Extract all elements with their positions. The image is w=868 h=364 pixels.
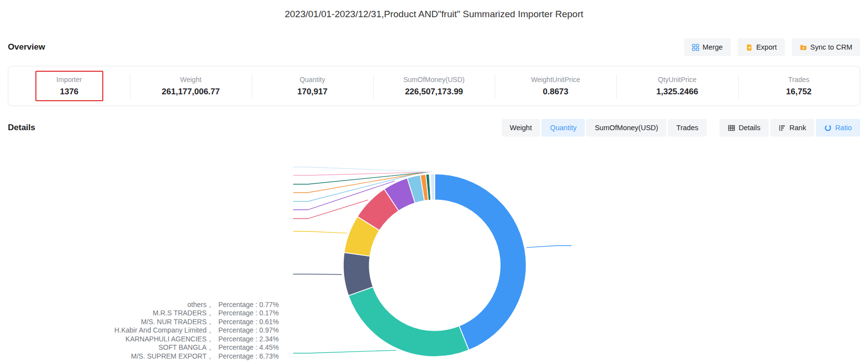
importer-ratio-chart: BABY NUTRITION LIMITED，Percentage : 43.9… — [0, 138, 868, 364]
stat-sumofmoney-usd--value: 226,507,173.99 — [405, 87, 463, 97]
label-leader-line — [293, 167, 432, 172]
export-button[interactable]: Export — [738, 38, 785, 56]
stat-sumofmoney-usd--label: SumOfMoney(USD) — [403, 76, 464, 84]
pie-slice-baby-nutrition-limited[interactable] — [435, 174, 526, 350]
overview-heading: Overview — [8, 42, 45, 52]
view-tab-ratio[interactable]: Ratio — [816, 119, 860, 137]
merge-button-label: Merge — [703, 43, 723, 51]
stat-weightunitprice-label: WeightUnitPrice — [531, 76, 580, 84]
stat-weight-label: Weight — [180, 76, 201, 84]
table-icon — [728, 124, 735, 132]
stat-weight[interactable]: Weight261,177,006.77 — [130, 66, 251, 106]
donut-chart-svg — [0, 138, 868, 364]
details-header: Details WeightQuantitySumOfMoney(USD)Tra… — [8, 119, 860, 137]
export-icon — [746, 44, 753, 51]
sync-to-crm-button-label: Sync to CRM — [810, 43, 852, 51]
importer-report-page: 2023/01/01-2023/12/31,Product AND"fruit"… — [0, 0, 868, 364]
tab-quantity[interactable]: Quantity — [541, 119, 585, 137]
label-leader-line — [293, 200, 368, 219]
merge-button[interactable]: Merge — [684, 38, 731, 56]
stat-weight-value: 261,177,006.77 — [162, 87, 220, 97]
details-heading: Details — [8, 123, 35, 133]
stat-importer-label: Importer — [57, 76, 82, 84]
view-tab-details[interactable]: Details — [719, 119, 769, 137]
tab-sumofmoney-usd-[interactable]: SumOfMoney(USD) — [586, 119, 666, 137]
merge-icon — [692, 44, 699, 51]
tab-trades[interactable]: Trades — [668, 119, 707, 137]
stat-trades-value: 16,752 — [786, 87, 811, 97]
stat-sumofmoney-usd-[interactable]: SumOfMoney(USD)226,507,173.99 — [373, 66, 495, 106]
tab-weight[interactable]: Weight — [502, 119, 540, 137]
view-tab-ratio-label: Ratio — [835, 124, 852, 132]
label-leader-line — [293, 350, 396, 353]
stat-quantity-value: 170,917 — [297, 87, 327, 97]
view-tab-group: DetailsRankRatio — [719, 119, 860, 137]
export-button-label: Export — [756, 43, 777, 51]
label-leader-line — [293, 231, 347, 233]
view-tab-rank[interactable]: Rank — [770, 119, 814, 137]
sync-to-crm-button[interactable]: Sync to CRM — [792, 38, 860, 56]
tab-weight-label: Weight — [510, 124, 532, 132]
view-tab-rank-label: Rank — [789, 124, 806, 132]
stat-quantity[interactable]: Quantity170,917 — [252, 66, 373, 106]
ratio-icon — [824, 124, 832, 132]
overview-header: Overview MergeExportSync to CRM — [8, 38, 860, 56]
tab-quantity-label: Quantity — [550, 124, 576, 132]
overview-toolbar: MergeExportSync to CRM — [684, 38, 860, 56]
stat-trades-label: Trades — [788, 76, 809, 84]
metric-tab-group: WeightQuantitySumOfMoney(USD)Trades — [502, 119, 707, 137]
stat-importer-value: 1376 — [60, 87, 79, 97]
label-leader-line — [293, 274, 342, 275]
stat-importer[interactable]: Importer1376 — [8, 66, 130, 106]
rank-icon — [778, 124, 786, 132]
stat-qtyunitprice-value: 1,325.2466 — [657, 87, 698, 97]
stat-trades[interactable]: Trades16,752 — [738, 66, 860, 106]
stat-quantity-label: Quantity — [299, 76, 325, 84]
view-tab-details-label: Details — [739, 124, 760, 132]
pie-slice-zishan-corporation-limited-[interactable] — [349, 287, 469, 357]
tab-trades-label: Trades — [676, 124, 698, 132]
label-leader-line — [527, 246, 571, 248]
stat-weightunitprice-value: 0.8673 — [543, 87, 569, 97]
stat-weightunitprice[interactable]: WeightUnitPrice0.8673 — [495, 66, 616, 106]
page-title: 2023/01/01-2023/12/31,Product AND"fruit"… — [0, 9, 868, 20]
tab-sumofmoney-usd--label: SumOfMoney(USD) — [595, 124, 658, 132]
stat-qtyunitprice[interactable]: QtyUnitPrice1,325.2466 — [616, 66, 738, 106]
sync-folder-icon — [800, 44, 807, 51]
stat-qtyunitprice-label: QtyUnitPrice — [658, 76, 697, 84]
stats-card: Importer1376Weight261,177,006.77Quantity… — [8, 66, 860, 106]
